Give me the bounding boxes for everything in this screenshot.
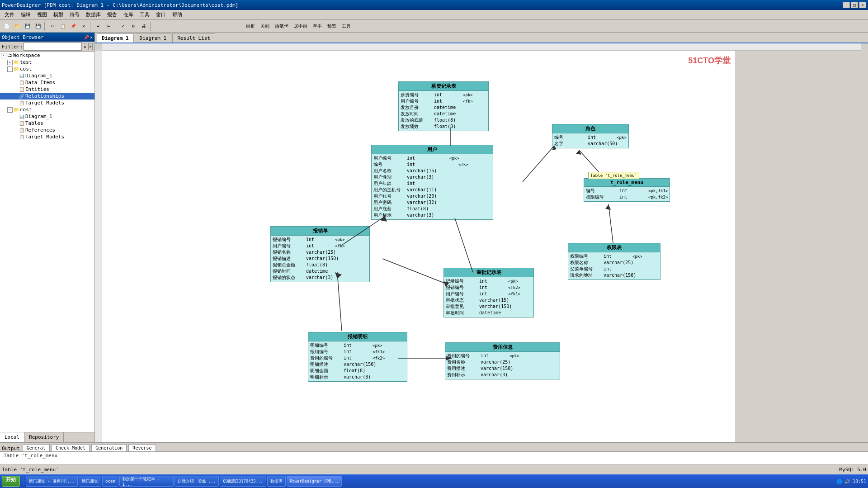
undo-btn[interactable]: ↩	[93, 21, 103, 31]
tree-test[interactable]: + 📁 test	[0, 59, 94, 66]
output-tab-reverse[interactable]: Reverse	[128, 444, 156, 451]
guandao-btn[interactable]: 关到	[258, 21, 272, 31]
zoushou-btn[interactable]: 卒手	[311, 21, 324, 31]
mysql-version: MySQL 5.0	[839, 467, 866, 473]
copy-btn[interactable]: 📋	[58, 21, 68, 31]
menu-edit[interactable]: 编辑	[18, 10, 33, 19]
minimize-btn[interactable]: _	[843, 2, 850, 8]
gongju-btn[interactable]: 工具	[340, 21, 353, 31]
menu-model[interactable]: 模型	[51, 10, 66, 19]
generate-btn[interactable]: ⚙	[128, 21, 138, 31]
expand-cost2[interactable]: -	[7, 107, 13, 113]
output-tab-check[interactable]: Check Model	[52, 444, 90, 451]
menu-report[interactable]: 报告	[104, 10, 120, 19]
menu-help[interactable]: 帮助	[170, 10, 185, 19]
tree-test-label: test	[20, 59, 32, 65]
table-user[interactable]: 用户 用户编号int<pk> 编号int<fk> 用户名称varchar(15)…	[371, 145, 493, 220]
v-scrollbar[interactable]	[861, 51, 868, 442]
repository-tab[interactable]: Repository	[24, 432, 64, 442]
local-tab[interactable]: Local	[0, 432, 24, 442]
table-expense-detail[interactable]: 报销明细 明细编号int<pk> 报销编号int<fk1> 费用的编号int<f…	[308, 332, 407, 382]
tree-target-models[interactable]: 📋 Target Models	[0, 99, 94, 106]
expand-workspace[interactable]: -	[1, 53, 6, 58]
output-tab-generation[interactable]: Generation	[91, 444, 127, 451]
taskbar-pd[interactable]: PowerDesigner [PD...	[287, 476, 342, 487]
table-row: 用户标示varchar(3)	[373, 212, 491, 218]
tree-tables[interactable]: 📋 Tables	[0, 120, 94, 127]
maximize-btn[interactable]: □	[851, 2, 858, 8]
table-role[interactable]: 角色 编号int<pk> 名字varchar(50)	[552, 124, 629, 148]
tree-relationships[interactable]: 🔗 Relationships	[0, 93, 94, 99]
taskbar-tenclass[interactable]: 腾讯课堂 - 讲师/柠...	[26, 476, 78, 487]
table-row: 报销名称varchar(25)	[273, 249, 368, 256]
taskbar-tenclass2[interactable]: 腾讯课堂	[79, 476, 101, 487]
cut-btn[interactable]: ✂	[47, 21, 57, 31]
tree-cost2[interactable]: - 📁 cost	[0, 106, 94, 113]
tree-diagram1[interactable]: 📊 Diagram_1	[0, 72, 94, 79]
menu-tools[interactable]: 工具	[137, 10, 152, 19]
taskbar-qqshot[interactable]: QQ截图20170423...	[220, 476, 266, 487]
table-audit-log[interactable]: 审批记录表 记录编号int<pk> 报销编号int<fk2> 用户编号int<f…	[443, 268, 534, 317]
taskbar-ocam[interactable]: ocam	[102, 476, 118, 487]
table-salary[interactable]: 薪资记录表 薪资编号int<pk> 用户编号int<fk> 发放月份dateti…	[398, 81, 489, 131]
table-expense-info-body: 费用的编号int<pk> 费用名称varchar(25) 费用描述varchar…	[445, 352, 560, 379]
redo-btn[interactable]: ↪	[104, 21, 113, 31]
output-tab-general[interactable]: General	[23, 444, 50, 451]
tree-references-label: References	[25, 127, 55, 133]
filter-clear-btn[interactable]: ✕	[88, 43, 93, 50]
table-expense-info-header: 费用信息	[445, 343, 560, 352]
filter-refresh-btn[interactable]: ↻	[83, 43, 87, 50]
tree-diagram1b-label: Diagram_1	[25, 114, 52, 119]
tree-workspace[interactable]: - 🗂 Workspace	[0, 52, 94, 59]
close-btn[interactable]: ✕	[859, 2, 866, 8]
check-btn[interactable]: ✓	[118, 21, 128, 31]
yulan-btn[interactable]: 预览	[325, 21, 339, 31]
save-all-btn[interactable]: 💾	[33, 21, 43, 31]
browser-close[interactable]: ✕	[90, 35, 93, 40]
table-role-menu-header: t_role_menu	[584, 179, 670, 187]
filter-input[interactable]	[24, 43, 82, 51]
tab-diagram1[interactable]: Diagram_1	[97, 33, 134, 43]
chajika-btn[interactable]: 插笔卡	[273, 21, 291, 31]
delete-btn[interactable]: ✕	[79, 21, 89, 31]
tree-target-models2[interactable]: 📋 Target Models	[0, 133, 94, 140]
table-role-menu[interactable]: t_role_menu 编号int<pk,fk1> 权限编号int<pk,fk2…	[584, 178, 670, 202]
window-controls[interactable]: _ □ ✕	[843, 2, 866, 8]
expand-test[interactable]: +	[7, 60, 13, 65]
tree-diagram1b[interactable]: 📊 Diagram_1	[0, 113, 94, 120]
tree-cost1[interactable]: - 📁 cost	[0, 66, 94, 72]
taskbar-db[interactable]: 数据库	[267, 476, 286, 487]
tree-data-items[interactable]: 📋 Data Items	[0, 79, 94, 86]
browser-pin[interactable]: 📌	[84, 35, 89, 40]
taskbar-intro[interactable]: 自我介绍：梁鑫 ...	[175, 476, 219, 487]
expand-cost1[interactable]: -	[7, 66, 13, 72]
svg-marker-8	[576, 150, 581, 155]
taskbar-note[interactable]: 我的第一个笔记本 - i...	[119, 476, 174, 487]
tab-result-list[interactable]: Result List	[172, 33, 215, 43]
tab-diagram1b[interactable]: Diagram_1	[135, 33, 172, 43]
table-row: 明细编号int<pk>	[310, 342, 405, 349]
menu-view[interactable]: 视图	[34, 10, 50, 19]
save-btn[interactable]: 💾	[23, 21, 33, 31]
table-row: 用户年龄int	[373, 180, 491, 187]
table-expense-info[interactable]: 费用信息 费用的编号int<pk> 费用名称varchar(25) 费用描述va…	[445, 342, 560, 379]
canvas[interactable]: 薪资记录表 薪资编号int<pk> 用户编号int<fk> 发放月份dateti…	[102, 51, 868, 442]
tree-entities[interactable]: 📋 Entities	[0, 86, 94, 93]
table-row: 报销编号int<fk1>	[310, 349, 405, 355]
tree-references[interactable]: 📋 References	[0, 127, 94, 133]
open-btn[interactable]: 📂	[12, 21, 22, 31]
menu-database[interactable]: 数据库	[83, 10, 104, 19]
table-row: 用户编号int<fk>	[401, 98, 486, 104]
menu-symbol[interactable]: 符号	[67, 10, 82, 19]
new-btn[interactable]: 📄	[2, 21, 12, 31]
menu-file[interactable]: 文件	[2, 10, 17, 19]
paste-btn[interactable]: 📌	[68, 21, 78, 31]
juzhong-btn[interactable]: 居中画	[292, 21, 310, 31]
table-permission[interactable]: 权限表 权限编号int<pk> 权限名称varchar(25) 父菜单编号int…	[568, 243, 660, 280]
start-button[interactable]: 开始	[2, 476, 20, 487]
print-btn[interactable]: 🖨	[139, 21, 149, 31]
huakuang-btn[interactable]: 画框	[244, 21, 257, 31]
menu-repository[interactable]: 仓库	[121, 10, 136, 19]
menu-window[interactable]: 窗口	[153, 10, 169, 19]
table-expense-report[interactable]: 报销单 报销编号int<pk> 用户编号int<fk> 报销名称varchar(…	[270, 226, 370, 282]
